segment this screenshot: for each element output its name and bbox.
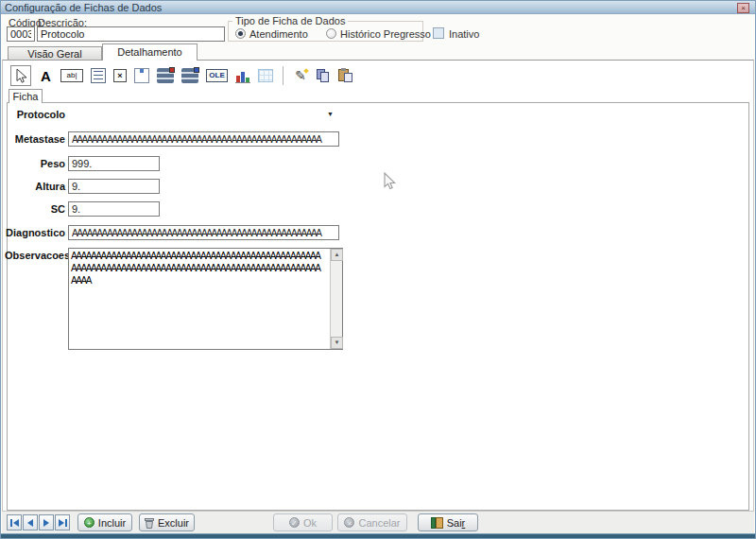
ok-button[interactable]: ✓ Ok [273, 513, 333, 531]
trash-icon [145, 517, 154, 529]
dblookup-tool-button[interactable] [181, 68, 198, 83]
dblookup-icon [194, 67, 199, 73]
nav-next-icon [43, 519, 49, 527]
tab-visao-geral[interactable]: Visão Geral [8, 46, 102, 60]
memo-tool-button[interactable] [91, 68, 106, 83]
incluir-button[interactable]: + Incluir [77, 513, 132, 531]
component-toolbar: A ab| × OLE [10, 63, 353, 88]
peso-input[interactable] [68, 156, 160, 171]
sc-input[interactable] [68, 201, 160, 217]
checkbox-icon: × [117, 70, 122, 81]
check-icon: ✓ [289, 517, 300, 528]
protocolo-combobox[interactable]: ▼ [68, 107, 339, 123]
altura-input[interactable] [68, 179, 160, 194]
cancelar-button[interactable]: × Cancelar [337, 513, 407, 531]
nav-first-icon [10, 519, 12, 527]
toolbar-separator [283, 66, 284, 85]
ok-label: Ok [303, 517, 317, 529]
label-tool-button[interactable]: A [39, 68, 53, 84]
nav-prev-icon [27, 519, 33, 527]
radio-atendimento[interactable] [235, 28, 246, 39]
nav-next-button[interactable] [39, 514, 54, 530]
metastase-input[interactable] [68, 131, 339, 147]
incluir-label: Incluir [98, 517, 126, 529]
cancel-icon: × [344, 517, 354, 528]
radio-atendimento-label[interactable]: Atendimento [249, 28, 308, 40]
plus-icon: + [84, 517, 94, 528]
nav-prev-button[interactable] [23, 514, 38, 530]
altura-label: Altura [5, 179, 65, 195]
copy-tool-button[interactable] [316, 68, 331, 83]
dbcombo-icon [169, 67, 175, 73]
nav-first-button[interactable] [7, 514, 22, 530]
codigo-input[interactable] [7, 26, 35, 42]
window-bottom-edge [1, 533, 755, 538]
nav-last-icon [59, 519, 64, 527]
ole-tool-button[interactable]: OLE [206, 69, 228, 82]
memo-icon [94, 71, 103, 80]
inativo-label[interactable]: Inativo [449, 28, 479, 40]
close-icon: × [741, 4, 746, 12]
sair-label: Sair [447, 517, 466, 529]
tipo-ficha-legend: Tipo de Ficha de Dados [232, 15, 348, 26]
scroll-up-icon[interactable]: ▲ [331, 249, 343, 261]
detalhamento-content: A ab| × OLE [2, 60, 754, 513]
observacoes-textarea[interactable]: AAAAAAAAAAAAAAAAAAAAAAAAAAAAAAAAAAAAAAAA… [69, 249, 330, 349]
dbcombo-tool-button[interactable] [157, 68, 174, 83]
excluir-label: Excluir [158, 517, 189, 529]
sair-button[interactable]: Sair [418, 513, 478, 531]
select-tool-button[interactable] [10, 65, 31, 86]
tab-ficha[interactable]: Ficha [9, 89, 43, 103]
chart-tool-button[interactable] [235, 68, 250, 83]
observacoes-field: AAAAAAAAAAAAAAAAAAAAAAAAAAAAAAAAAAAAAAAA… [68, 248, 343, 350]
radio-historico-pregresso[interactable] [326, 28, 336, 39]
metastase-label: Metastase [5, 131, 65, 148]
radio-historico-pregresso-label[interactable]: Histórico Pregresso [340, 28, 431, 40]
descricao-input[interactable] [37, 26, 225, 42]
chart-icon [236, 76, 240, 82]
listbox-tool-button[interactable] [134, 68, 149, 83]
ole-icon: OLE [209, 70, 224, 81]
footer-bar: + Incluir Excluir ✓ Ok × Cancelar Sair [2, 511, 754, 533]
tab-detalhamento[interactable]: Detalhamento [102, 43, 198, 61]
cancelar-label: Cancelar [358, 517, 400, 529]
edit-tool-button[interactable]: ab| [60, 69, 83, 82]
cursor-icon [14, 68, 27, 83]
exit-icon [431, 517, 443, 529]
letter-a-icon: A [41, 68, 51, 84]
listbox-icon [140, 69, 144, 83]
close-button[interactable]: × [737, 3, 749, 13]
sc-label: SC [5, 201, 65, 217]
peso-label: Peso [5, 156, 65, 172]
diagnostico-label: Diagnostico [5, 225, 65, 241]
inativo-checkbox[interactable] [433, 27, 444, 39]
paste-tool-button[interactable] [338, 68, 353, 83]
window: Configuração de Fichas de Dados × Código… [0, 0, 756, 539]
edit-icon: ab| [67, 70, 77, 81]
mouse-cursor [383, 172, 396, 191]
protocolo-label: Protocolo [5, 107, 65, 123]
diagnostico-input[interactable] [68, 225, 339, 240]
excluir-button[interactable]: Excluir [139, 513, 195, 531]
nav-last-button[interactable] [55, 514, 70, 530]
scroll-down-icon[interactable]: ▼ [331, 337, 343, 349]
textarea-scrollbar[interactable]: ▲ ▼ [330, 249, 342, 349]
checkbox-tool-button[interactable]: × [113, 69, 127, 82]
window-title: Configuração de Fichas de Dados [5, 1, 162, 14]
chevron-down-icon: ▼ [327, 111, 334, 117]
pen-tool-button[interactable]: ✎ [293, 68, 308, 83]
observacoes-label: Observacoes [5, 248, 65, 264]
window-titlebar[interactable]: Configuração de Fichas de Dados × [1, 1, 755, 14]
grid-tool-button[interactable] [258, 69, 273, 82]
